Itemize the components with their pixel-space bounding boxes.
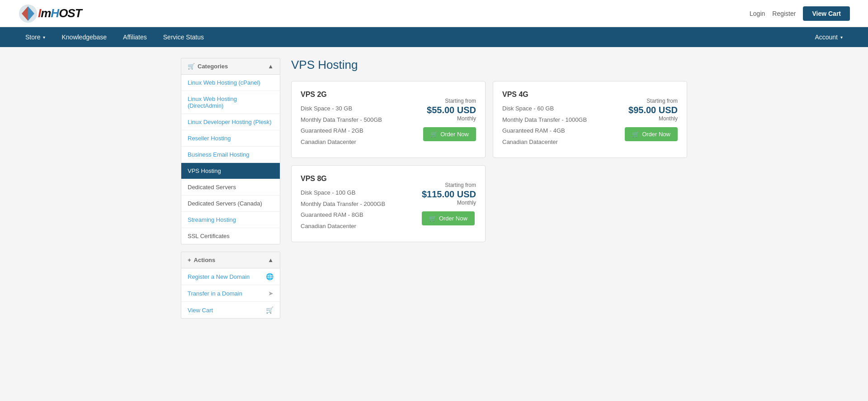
price-vps8g: $115.00 USD	[422, 189, 476, 200]
order-now-vps4g[interactable]: 🛒 Order Now	[625, 127, 678, 141]
product-card-vps2g: VPS 2G Disk Space - 30 GB Monthly Data T…	[291, 81, 486, 158]
sidebar: 🛒 Categories ▲ Linux Web Hosting (cPanel…	[181, 58, 280, 326]
store-chevron-icon: ▾	[43, 35, 45, 40]
reseller-label: Reseller Hosting	[188, 135, 231, 142]
collapse-icon[interactable]: ▲	[268, 63, 274, 70]
datacenter-vps8g: Canadian Datacenter	[301, 222, 385, 231]
transfer-vps4g: Monthly Data Transfer - 1000GB	[502, 115, 587, 124]
actions-section: + Actions ▲ Register a New Domain 🌐 Tran…	[181, 252, 280, 319]
order-now-vps8g[interactable]: 🛒 Order Now	[422, 211, 475, 225]
sidebar-item-streaming[interactable]: Streaming Hosting	[181, 212, 280, 228]
product-name-vps4g: VPS 4G	[502, 91, 587, 99]
affiliates-label: Affiliates	[123, 33, 147, 41]
transfer-icon: ➤	[268, 290, 274, 297]
card-details-vps4g: VPS 4G Disk Space - 60 GB Monthly Data T…	[502, 91, 587, 148]
products-grid: VPS 2G Disk Space - 30 GB Monthly Data T…	[291, 81, 687, 242]
card-details-vps8g: VPS 8G Disk Space - 100 GB Monthly Data …	[301, 175, 385, 233]
action-transfer-domain[interactable]: Transfer in a Domain ➤	[181, 285, 280, 302]
actions-label: Actions	[194, 257, 216, 263]
sidebar-item-ssl[interactable]: SSL Certificates	[181, 228, 280, 244]
nav-bar: Store ▾ Knowledgebase Affiliates Service…	[0, 27, 868, 47]
starting-from-vps8g: Starting from	[422, 182, 476, 188]
nav-account[interactable]: Account ▾	[807, 27, 850, 47]
ram-vps2g: Guaranteed RAM - 2GB	[301, 126, 382, 135]
action-view-cart[interactable]: View Cart 🛒	[181, 302, 280, 318]
order-now-vps2g[interactable]: 🛒 Order Now	[423, 127, 476, 141]
cart-icon-action: 🛒	[266, 306, 274, 314]
categories-header: 🛒 Categories ▲	[181, 58, 280, 75]
transfer-domain-label: Transfer in a Domain	[188, 290, 242, 297]
view-cart-label: View Cart	[188, 307, 213, 314]
content-area: VPS Hosting VPS 2G Disk Space - 30 GB Mo…	[291, 58, 687, 326]
disk-vps2g: Disk Space - 30 GB	[301, 104, 382, 113]
globe-icon: 🌐	[266, 273, 274, 280]
product-card-vps4g: VPS 4G Disk Space - 60 GB Monthly Data T…	[493, 81, 687, 158]
knowledgebase-label: Knowledgebase	[61, 33, 107, 41]
sidebar-item-linux-plesk[interactable]: Linux Developer Hosting (Plesk)	[181, 114, 280, 130]
store-label: Store	[25, 33, 40, 41]
sidebar-item-reseller[interactable]: Reseller Hosting	[181, 130, 280, 147]
datacenter-vps2g: Canadian Datacenter	[301, 138, 382, 147]
dedicated-label: Dedicated Servers	[188, 184, 236, 191]
top-header: ImHOST Login Register View Cart	[0, 0, 868, 27]
cart-icon-btn-vps4g: 🛒	[632, 131, 639, 138]
cart-icon: 🛒	[188, 63, 195, 70]
starting-from-vps2g: Starting from	[423, 98, 476, 104]
page-title: VPS Hosting	[291, 58, 687, 72]
order-label-vps8g: Order Now	[439, 215, 467, 222]
card-pricing-vps8g: Starting from $115.00 USD Monthly 🛒 Orde…	[422, 182, 476, 225]
cart-icon-btn-vps2g: 🛒	[430, 131, 438, 138]
linux-cpanel-label: Linux Web Hosting (cPanel)	[188, 79, 260, 86]
sidebar-item-vps[interactable]: VPS Hosting	[181, 163, 280, 179]
card-pricing-vps4g: Starting from $95.00 USD Monthly 🛒 Order…	[625, 98, 678, 141]
categories-label: Categories	[198, 63, 228, 70]
main-content: 🛒 Categories ▲ Linux Web Hosting (cPanel…	[163, 47, 705, 337]
action-register-domain[interactable]: Register a New Domain 🌐	[181, 268, 280, 285]
view-cart-button[interactable]: View Cart	[803, 6, 850, 21]
nav-affiliates[interactable]: Affiliates	[116, 27, 154, 47]
linux-directadmin-label: Linux Web Hosting (DirectAdmin)	[188, 95, 274, 109]
ssl-label: SSL Certificates	[188, 233, 230, 239]
disk-vps4g: Disk Space - 60 GB	[502, 104, 587, 113]
categories-section: 🛒 Categories ▲ Linux Web Hosting (cPanel…	[181, 58, 280, 244]
monthly-vps8g: Monthly	[422, 200, 476, 206]
ram-vps8g: Guaranteed RAM - 8GB	[301, 210, 385, 220]
logo-text: ImHOST	[38, 6, 82, 20]
account-label: Account	[815, 33, 838, 41]
login-link[interactable]: Login	[750, 10, 765, 17]
price-vps4g: $95.00 USD	[625, 105, 678, 115]
nav-service-status[interactable]: Service Status	[156, 27, 211, 47]
linux-plesk-label: Linux Developer Hosting (Plesk)	[188, 119, 272, 125]
nav-left: Store ▾ Knowledgebase Affiliates Service…	[18, 27, 211, 47]
plus-icon: +	[188, 257, 191, 263]
monthly-vps2g: Monthly	[423, 115, 476, 122]
card-details-vps2g: VPS 2G Disk Space - 30 GB Monthly Data T…	[301, 91, 382, 148]
sidebar-item-dedicated-canada[interactable]: Dedicated Servers (Canada)	[181, 196, 280, 212]
sidebar-item-linux-cpanel[interactable]: Linux Web Hosting (cPanel)	[181, 75, 280, 91]
order-label-vps2g: Order Now	[440, 131, 469, 138]
nav-store[interactable]: Store ▾	[18, 27, 52, 47]
logo-icon	[18, 4, 38, 24]
transfer-vps2g: Monthly Data Transfer - 500GB	[301, 115, 382, 124]
nav-knowledgebase[interactable]: Knowledgebase	[54, 27, 114, 47]
dedicated-canada-label: Dedicated Servers (Canada)	[188, 200, 262, 207]
sidebar-item-dedicated[interactable]: Dedicated Servers	[181, 179, 280, 196]
account-chevron-icon: ▾	[840, 35, 843, 40]
logo-area: ImHOST	[18, 4, 82, 24]
disk-vps8g: Disk Space - 100 GB	[301, 188, 385, 197]
product-card-vps8g: VPS 8G Disk Space - 100 GB Monthly Data …	[291, 165, 486, 242]
business-email-label: Business Email Hosting	[188, 151, 250, 158]
actions-collapse-icon[interactable]: ▲	[268, 257, 274, 263]
sidebar-item-linux-directadmin[interactable]: Linux Web Hosting (DirectAdmin)	[181, 91, 280, 114]
card-pricing-vps2g: Starting from $55.00 USD Monthly 🛒 Order…	[423, 98, 476, 141]
order-label-vps4g: Order Now	[642, 131, 670, 138]
register-link[interactable]: Register	[772, 10, 796, 17]
ram-vps4g: Guaranteed RAM - 4GB	[502, 126, 587, 135]
actions-header: + Actions ▲	[181, 252, 280, 268]
streaming-label: Streaming Hosting	[188, 216, 236, 223]
sidebar-item-business-email[interactable]: Business Email Hosting	[181, 147, 280, 163]
datacenter-vps4g: Canadian Datacenter	[502, 138, 587, 147]
product-name-vps2g: VPS 2G	[301, 91, 382, 99]
header-right: Login Register View Cart	[750, 6, 850, 21]
register-domain-label: Register a New Domain	[188, 273, 250, 280]
